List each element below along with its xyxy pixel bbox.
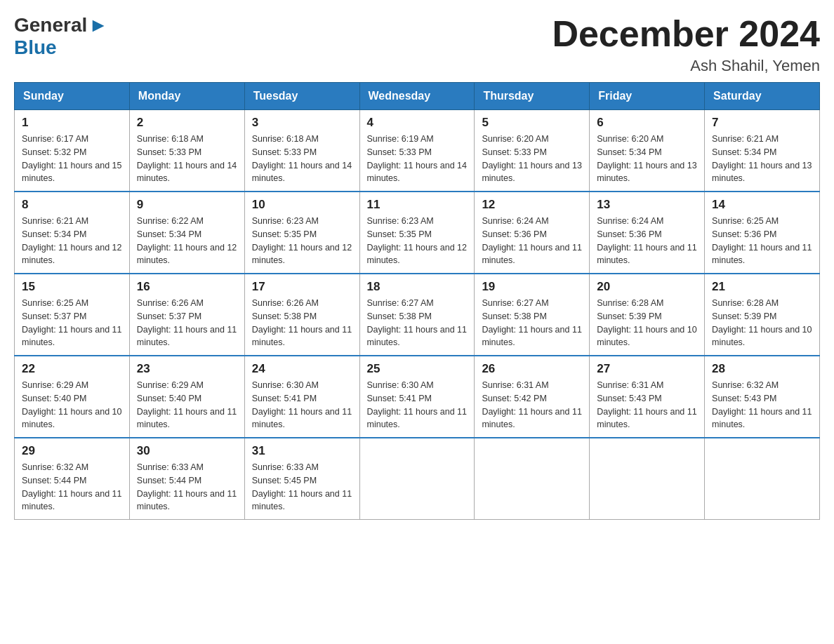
header-saturday: Saturday (705, 83, 820, 110)
logo-general-text: General (14, 14, 87, 36)
calendar-week-row: 22Sunrise: 6:29 AMSunset: 5:40 PMDayligh… (15, 356, 820, 438)
logo-arrow-icon: ► (88, 14, 108, 36)
day-number: 28 (712, 362, 812, 376)
day-number: 9 (137, 198, 237, 212)
calendar-cell: 18Sunrise: 6:27 AMSunset: 5:38 PMDayligh… (359, 274, 475, 356)
calendar-cell: 6Sunrise: 6:20 AMSunset: 5:34 PMDaylight… (590, 110, 705, 192)
day-info: Sunrise: 6:17 AMSunset: 5:32 PMDaylight:… (22, 133, 122, 185)
day-number: 27 (597, 362, 697, 376)
day-number: 19 (482, 280, 582, 294)
day-number: 8 (22, 198, 122, 212)
calendar-week-row: 1Sunrise: 6:17 AMSunset: 5:32 PMDaylight… (15, 110, 820, 192)
calendar-cell: 26Sunrise: 6:31 AMSunset: 5:42 PMDayligh… (475, 356, 590, 438)
day-number: 2 (137, 116, 237, 130)
calendar-cell: 12Sunrise: 6:24 AMSunset: 5:36 PMDayligh… (475, 192, 590, 274)
day-info: Sunrise: 6:30 AMSunset: 5:41 PMDaylight:… (367, 379, 468, 431)
day-info: Sunrise: 6:21 AMSunset: 5:34 PMDaylight:… (712, 133, 812, 185)
day-info: Sunrise: 6:31 AMSunset: 5:42 PMDaylight:… (482, 379, 582, 431)
day-number: 7 (712, 116, 812, 130)
title-area: December 2024 Ash Shahil, Yemen (552, 14, 820, 75)
day-number: 15 (22, 280, 122, 294)
header-friday: Friday (590, 83, 705, 110)
calendar-cell: 1Sunrise: 6:17 AMSunset: 5:32 PMDaylight… (15, 110, 130, 192)
day-number: 13 (597, 198, 697, 212)
day-info: Sunrise: 6:19 AMSunset: 5:33 PMDaylight:… (367, 133, 468, 185)
day-info: Sunrise: 6:18 AMSunset: 5:33 PMDaylight:… (137, 133, 237, 185)
day-number: 12 (482, 198, 582, 212)
day-info: Sunrise: 6:20 AMSunset: 5:34 PMDaylight:… (597, 133, 697, 185)
day-info: Sunrise: 6:24 AMSunset: 5:36 PMDaylight:… (482, 215, 582, 267)
day-number: 31 (252, 444, 352, 458)
day-info: Sunrise: 6:28 AMSunset: 5:39 PMDaylight:… (712, 297, 812, 349)
day-info: Sunrise: 6:20 AMSunset: 5:33 PMDaylight:… (482, 133, 582, 185)
header-thursday: Thursday (475, 83, 590, 110)
day-number: 3 (252, 116, 352, 130)
calendar-cell: 31Sunrise: 6:33 AMSunset: 5:45 PMDayligh… (244, 438, 359, 520)
day-info: Sunrise: 6:27 AMSunset: 5:38 PMDaylight:… (482, 297, 582, 349)
day-info: Sunrise: 6:23 AMSunset: 5:35 PMDaylight:… (367, 215, 468, 267)
calendar-cell: 14Sunrise: 6:25 AMSunset: 5:36 PMDayligh… (705, 192, 820, 274)
logo: General ► Blue (14, 14, 108, 59)
day-number: 4 (367, 116, 468, 130)
day-number: 6 (597, 116, 697, 130)
calendar-cell: 8Sunrise: 6:21 AMSunset: 5:34 PMDaylight… (15, 192, 130, 274)
day-info: Sunrise: 6:32 AMSunset: 5:43 PMDaylight:… (712, 379, 812, 431)
calendar-cell: 16Sunrise: 6:26 AMSunset: 5:37 PMDayligh… (129, 274, 244, 356)
calendar-cell: 10Sunrise: 6:23 AMSunset: 5:35 PMDayligh… (244, 192, 359, 274)
calendar-table: SundayMondayTuesdayWednesdayThursdayFrid… (14, 82, 820, 520)
calendar-cell: 23Sunrise: 6:29 AMSunset: 5:40 PMDayligh… (129, 356, 244, 438)
day-number: 25 (367, 362, 468, 376)
day-number: 17 (252, 280, 352, 294)
day-info: Sunrise: 6:24 AMSunset: 5:36 PMDaylight:… (597, 215, 697, 267)
calendar-cell: 3Sunrise: 6:18 AMSunset: 5:33 PMDaylight… (244, 110, 359, 192)
header-sunday: Sunday (15, 83, 130, 110)
calendar-week-row: 15Sunrise: 6:25 AMSunset: 5:37 PMDayligh… (15, 274, 820, 356)
day-number: 18 (367, 280, 468, 294)
day-number: 23 (137, 362, 237, 376)
calendar-cell: 20Sunrise: 6:28 AMSunset: 5:39 PMDayligh… (590, 274, 705, 356)
day-number: 11 (367, 198, 468, 212)
calendar-cell: 15Sunrise: 6:25 AMSunset: 5:37 PMDayligh… (15, 274, 130, 356)
day-info: Sunrise: 6:32 AMSunset: 5:44 PMDaylight:… (22, 461, 122, 514)
calendar-cell: 17Sunrise: 6:26 AMSunset: 5:38 PMDayligh… (244, 274, 359, 356)
day-number: 5 (482, 116, 582, 130)
calendar-week-row: 29Sunrise: 6:32 AMSunset: 5:44 PMDayligh… (15, 438, 820, 520)
day-info: Sunrise: 6:27 AMSunset: 5:38 PMDaylight:… (367, 297, 468, 349)
page-header: General ► Blue December 2024 Ash Shahil,… (14, 14, 820, 75)
day-number: 24 (252, 362, 352, 376)
day-info: Sunrise: 6:26 AMSunset: 5:37 PMDaylight:… (137, 297, 237, 349)
month-title: December 2024 (552, 14, 820, 54)
day-info: Sunrise: 6:26 AMSunset: 5:38 PMDaylight:… (252, 297, 352, 349)
day-info: Sunrise: 6:29 AMSunset: 5:40 PMDaylight:… (137, 379, 237, 431)
calendar-cell: 19Sunrise: 6:27 AMSunset: 5:38 PMDayligh… (475, 274, 590, 356)
calendar-cell: 25Sunrise: 6:30 AMSunset: 5:41 PMDayligh… (359, 356, 475, 438)
day-info: Sunrise: 6:31 AMSunset: 5:43 PMDaylight:… (597, 379, 697, 431)
day-number: 16 (137, 280, 237, 294)
day-info: Sunrise: 6:28 AMSunset: 5:39 PMDaylight:… (597, 297, 697, 349)
calendar-cell: 22Sunrise: 6:29 AMSunset: 5:40 PMDayligh… (15, 356, 130, 438)
day-info: Sunrise: 6:18 AMSunset: 5:33 PMDaylight:… (252, 133, 352, 185)
calendar-week-row: 8Sunrise: 6:21 AMSunset: 5:34 PMDaylight… (15, 192, 820, 274)
calendar-cell: 24Sunrise: 6:30 AMSunset: 5:41 PMDayligh… (244, 356, 359, 438)
calendar-cell: 2Sunrise: 6:18 AMSunset: 5:33 PMDaylight… (129, 110, 244, 192)
calendar-cell: 9Sunrise: 6:22 AMSunset: 5:34 PMDaylight… (129, 192, 244, 274)
day-number: 21 (712, 280, 812, 294)
day-info: Sunrise: 6:22 AMSunset: 5:34 PMDaylight:… (137, 215, 237, 267)
logo-blue-text: Blue (14, 36, 57, 59)
day-info: Sunrise: 6:33 AMSunset: 5:44 PMDaylight:… (137, 461, 237, 514)
day-number: 30 (137, 444, 237, 458)
calendar-cell: 28Sunrise: 6:32 AMSunset: 5:43 PMDayligh… (705, 356, 820, 438)
day-info: Sunrise: 6:30 AMSunset: 5:41 PMDaylight:… (252, 379, 352, 431)
day-info: Sunrise: 6:25 AMSunset: 5:36 PMDaylight:… (712, 215, 812, 267)
day-info: Sunrise: 6:25 AMSunset: 5:37 PMDaylight:… (22, 297, 122, 349)
calendar-cell: 27Sunrise: 6:31 AMSunset: 5:43 PMDayligh… (590, 356, 705, 438)
location-label: Ash Shahil, Yemen (552, 57, 820, 75)
header-monday: Monday (129, 83, 244, 110)
calendar-cell: 29Sunrise: 6:32 AMSunset: 5:44 PMDayligh… (15, 438, 130, 520)
header-tuesday: Tuesday (244, 83, 359, 110)
calendar-cell (475, 438, 590, 520)
day-info: Sunrise: 6:33 AMSunset: 5:45 PMDaylight:… (252, 461, 352, 514)
calendar-cell (705, 438, 820, 520)
calendar-cell: 13Sunrise: 6:24 AMSunset: 5:36 PMDayligh… (590, 192, 705, 274)
calendar-cell: 5Sunrise: 6:20 AMSunset: 5:33 PMDaylight… (475, 110, 590, 192)
